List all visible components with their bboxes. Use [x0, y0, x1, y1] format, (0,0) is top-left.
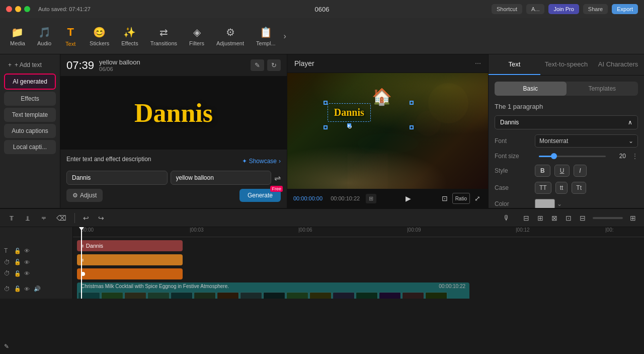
text-track-icon: T [4, 247, 11, 254]
transitions-icon: ⇄ [159, 26, 168, 38]
ai-generated-button[interactable]: AI generated [4, 74, 56, 90]
zoom-in-button[interactable]: ⊞ [627, 212, 639, 224]
user-button[interactable]: A... [526, 4, 545, 14]
resize-handle-bl[interactable] [324, 125, 328, 129]
tool-adjustment[interactable]: ⚙ Adjustment [210, 22, 250, 50]
player-controls-right: ⊡ Ratio ⤢ [440, 193, 482, 204]
adjust-button[interactable]: ⚙ Adjust [66, 189, 103, 202]
text-overlay-container[interactable]: Dannis ↻ [328, 103, 371, 122]
effects-button[interactable]: Effects [4, 92, 56, 106]
delete-button[interactable]: ⌫ [53, 212, 69, 224]
italic-button[interactable]: I [574, 165, 586, 177]
add-text-button[interactable]: + + Add text [4, 58, 56, 72]
tab-text-to-speech[interactable]: Text-to-speech [540, 54, 592, 75]
local-captions-button[interactable]: Local capti... [4, 140, 56, 154]
transition-insert-button[interactable]: ⊠ [548, 212, 560, 224]
bold-button[interactable]: B [535, 165, 550, 177]
tool-templates[interactable]: 📋 Templ... [250, 22, 282, 50]
center-timeline-button[interactable]: ⊡ [562, 212, 575, 224]
split-right-button[interactable]: ⫧ [37, 212, 50, 224]
tab-ai-characters[interactable]: AI Characters [592, 54, 644, 75]
more-tools-button[interactable]: › [282, 28, 288, 45]
minimize-button[interactable] [15, 6, 21, 12]
auto-captions-button[interactable]: Auto captions [4, 124, 56, 138]
font-size-label: Font size [495, 153, 535, 160]
record-button[interactable]: 🎙 [500, 212, 513, 224]
resize-handle-br[interactable] [410, 125, 414, 129]
visibility-icon-3[interactable]: 👁 [24, 270, 30, 276]
tool-effects[interactable]: ✨ Effects [115, 22, 144, 50]
zoom-slider[interactable] [593, 217, 623, 219]
shortcut-button[interactable]: Shortcut [492, 4, 522, 14]
track-labels: T 🔓 👁 ⏱ 🔓 👁 ⏱ 🔓 👁 ⏱ 🔓 👁 🔊 [0, 227, 73, 299]
resize-handle-tl[interactable] [324, 101, 328, 105]
share-button[interactable]: Share [583, 4, 608, 14]
resize-handle-tr[interactable] [410, 101, 414, 105]
font-size-slider[interactable] [539, 156, 606, 157]
lock-icon-video[interactable]: 🔓 [14, 286, 21, 292]
showcase-link[interactable]: ✦ Showcase › [242, 158, 281, 165]
play-button[interactable]: ▶ [404, 193, 413, 204]
text-clip[interactable]: ≡ Dannis [77, 240, 183, 251]
tool-transitions[interactable]: ⇄ Transitions [144, 22, 183, 50]
undo-button[interactable]: ↩ [80, 212, 92, 224]
frame-3 [124, 292, 146, 299]
lowercase-button[interactable]: tt [555, 182, 568, 194]
screenshot-button[interactable]: ⊡ [440, 193, 449, 204]
tab-text[interactable]: Text [489, 54, 540, 75]
timestamp: 07:39 [66, 59, 94, 72]
split-clip-button[interactable]: ⊟ [520, 212, 532, 224]
lock-icon-2[interactable]: 🔓 [14, 259, 21, 265]
ruler-mark-1: |00:03 [190, 227, 204, 233]
tool-audio[interactable]: 🎵 Audio [31, 22, 57, 50]
audio-icon-video[interactable]: 🔊 [34, 286, 41, 292]
split-button[interactable]: ⫪ [5, 212, 18, 224]
titlecase-button[interactable]: Tt [572, 182, 586, 194]
tool-text[interactable]: T Text [57, 22, 84, 51]
orange-clip-1[interactable]: ≡ [77, 254, 183, 265]
maximize-button[interactable] [24, 6, 30, 12]
close-button[interactable] [6, 6, 12, 12]
join-pro-button[interactable]: Join Pro [548, 4, 579, 14]
generate-button[interactable]: Generate Free [239, 189, 281, 202]
split-left-button[interactable]: ⫫ [21, 212, 34, 224]
visibility-icon-1[interactable]: 👁 [24, 248, 30, 254]
visibility-icon-2[interactable]: 👁 [24, 259, 30, 265]
export-button[interactable]: Export [612, 4, 638, 14]
underline-button[interactable]: U [554, 165, 570, 177]
edit-icon-button[interactable]: ✎ [251, 59, 264, 71]
orange-clip-2[interactable] [77, 268, 183, 279]
fullscreen-button[interactable]: ⤢ [473, 193, 482, 204]
grid-view-button[interactable]: ⊞ [366, 194, 376, 203]
font-selector[interactable]: Montserrat ⌄ [535, 134, 638, 148]
effect-input[interactable] [171, 171, 272, 185]
text-input[interactable] [66, 171, 168, 185]
refresh-button[interactable]: ↻ [267, 59, 281, 71]
text-template-button[interactable]: Text template [4, 108, 56, 122]
right-panel: Text Text-to-speech AI Characters Basic … [488, 54, 644, 208]
player-menu-button[interactable]: ⋯ [475, 60, 481, 67]
swap-button[interactable]: ⇌ [274, 173, 281, 183]
tool-media[interactable]: 📁 Media [4, 22, 31, 50]
ratio-button[interactable]: Ratio [452, 193, 470, 204]
redo-button[interactable]: ↪ [95, 212, 107, 224]
frame-5 [171, 292, 193, 299]
basic-toggle[interactable]: Basic [495, 82, 567, 96]
zoom-out-button[interactable]: ⊟ [577, 212, 589, 224]
stickers-icon: 😊 [93, 26, 106, 38]
lock-icon-3[interactable]: 🔓 [14, 270, 21, 277]
tool-stickers[interactable]: 😊 Stickers [84, 22, 115, 50]
video-clip-label: Christmas Milk Cocktail with Spice Eggno… [81, 284, 423, 289]
rotation-handle[interactable]: ↻ [347, 123, 351, 127]
playhead[interactable] [81, 227, 82, 299]
uppercase-button[interactable]: TT [535, 182, 551, 194]
lock-icon-1[interactable]: 🔓 [14, 248, 21, 254]
merge-button[interactable]: ⊞ [534, 212, 546, 224]
track-label-text: T 🔓 👁 [0, 245, 72, 256]
visibility-icon-video[interactable]: 👁 [24, 286, 30, 292]
video-clip[interactable]: Christmas Milk Cocktail with Spice Eggno… [77, 282, 469, 299]
tool-filters[interactable]: ◈ Filters [183, 22, 210, 50]
templates-toggle[interactable]: Templates [567, 82, 638, 96]
text-value-field[interactable]: Dannis ∧ [495, 115, 638, 129]
color-swatch[interactable] [535, 199, 555, 208]
